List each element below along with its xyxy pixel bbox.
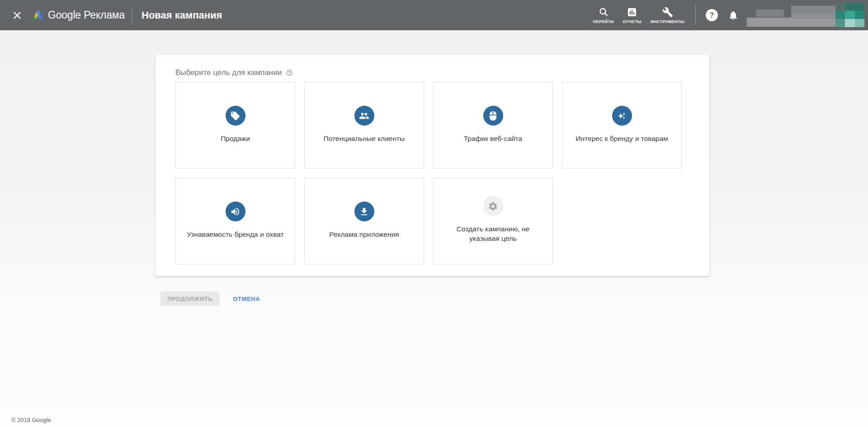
speaker-icon — [230, 206, 241, 217]
page-title: Новая кампания — [142, 9, 222, 21]
goal-icon-circle — [612, 106, 632, 126]
goal-icon-circle — [483, 196, 503, 216]
goal-icon-circle — [354, 106, 374, 126]
people-icon — [359, 111, 369, 121]
close-icon[interactable] — [9, 7, 25, 23]
continue-button[interactable]: ПРОДОЛЖИТЬ — [160, 291, 219, 306]
page-body: Выберите цель для кампании Продажи Потен… — [0, 30, 868, 427]
goal-label: Потенциальные клиенты — [324, 134, 405, 143]
goal-card[interactable]: Создать кампанию, не указывая цель — [433, 178, 553, 264]
google-ads-logo-icon — [32, 9, 44, 21]
goal-icon-circle — [354, 202, 374, 221]
goal-icon-circle — [226, 106, 245, 126]
blur-block — [756, 9, 784, 17]
avatar[interactable] — [835, 3, 864, 27]
header-divider — [695, 5, 696, 25]
goal-label: Трафик веб-сайта — [464, 134, 522, 143]
avatar-pixel — [835, 11, 845, 19]
goal-card[interactable]: Потенциальные клиенты — [304, 82, 424, 169]
goal-label: Создать кампанию, не указывая цель — [444, 224, 542, 243]
cancel-button[interactable]: ОТМЕНА — [231, 293, 262, 305]
avatar-pixel — [835, 19, 845, 27]
question-label: Выберите цель для кампании — [175, 68, 282, 77]
goal-grid: Продажи Потенциальные клиенты Трафик веб… — [175, 82, 682, 264]
close-x-glyph — [12, 10, 22, 20]
avatar-pixel — [855, 3, 864, 11]
goal-card[interactable]: Реклама приложения — [304, 178, 424, 264]
nav-reports[interactable]: ОТЧЕТЫ — [618, 0, 646, 30]
app-download-icon — [359, 206, 369, 217]
avatar-pixel — [845, 11, 854, 19]
goal-icon-circle — [226, 202, 245, 221]
avatar-pixel — [855, 19, 864, 27]
screen: Google Реклама Новая кампания ПЕРЕЙТИ ОТ — [0, 0, 868, 427]
nav-reports-label: ОТЧЕТЫ — [623, 19, 642, 24]
nav-go[interactable]: ПЕРЕЙТИ — [589, 0, 618, 30]
goal-selection-card: Выберите цель для кампании Продажи Потен… — [156, 55, 709, 276]
blur-block — [791, 14, 835, 19]
sparkles-icon — [617, 111, 627, 121]
search-icon — [598, 7, 609, 18]
goal-card[interactable]: Трафик веб-сайта — [433, 82, 553, 169]
blur-block — [791, 6, 835, 15]
account-info-blurred[interactable] — [747, 2, 835, 28]
goal-label: Интерес к бренду и товарам — [576, 134, 668, 143]
goal-label: Продажи — [221, 134, 250, 143]
question-help-icon[interactable] — [286, 69, 293, 76]
wrench-icon — [662, 7, 673, 18]
goal-card[interactable]: Узнаваемость бренда и охват — [175, 178, 295, 264]
product-name: Google Реклама — [48, 9, 125, 21]
question-row: Выберите цель для кампании — [175, 68, 293, 77]
bell-glyph — [728, 10, 739, 21]
help-icon[interactable]: ? — [706, 9, 718, 21]
tag-icon — [230, 111, 241, 121]
nav-tools[interactable]: ИНСТРУМЕНТЫ — [646, 0, 689, 30]
google-ads-logo: Google Реклама — [32, 9, 125, 21]
avatar-pixel — [845, 19, 854, 27]
action-buttons: ПРОДОЛЖИТЬ ОТМЕНА — [160, 291, 262, 306]
nav-go-label: ПЕРЕЙТИ — [593, 19, 614, 24]
avatar-pixel — [845, 3, 854, 11]
avatar-pixel — [855, 11, 864, 19]
mouse-icon — [488, 111, 498, 121]
header-actions: ПЕРЕЙТИ ОТЧЕТЫ ИНСТРУМЕНТЫ ? — [589, 0, 868, 30]
goal-icon-circle — [483, 106, 503, 126]
avatar-pixel — [835, 3, 845, 11]
goal-label: Узнаваемость бренда и охват — [187, 230, 283, 239]
reports-icon — [627, 7, 637, 18]
gear-icon — [488, 201, 498, 211]
goal-label: Реклама приложения — [329, 230, 399, 239]
copyright-text: © 2018 Google — [11, 417, 51, 423]
notifications-bell-icon[interactable] — [728, 10, 739, 21]
goal-card[interactable]: Интерес к бренду и товарам — [562, 82, 682, 169]
header-divider — [132, 8, 132, 23]
blur-block — [747, 18, 835, 27]
nav-tools-label: ИНСТРУМЕНТЫ — [651, 19, 684, 24]
goal-card[interactable]: Продажи — [175, 82, 295, 169]
top-bar: Google Реклама Новая кампания ПЕРЕЙТИ ОТ — [0, 0, 868, 30]
